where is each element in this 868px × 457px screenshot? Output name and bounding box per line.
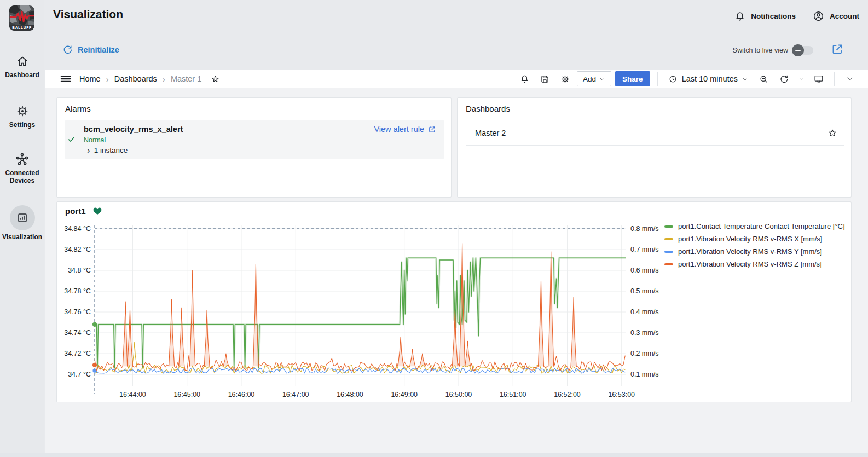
svg-text:16:45:00: 16:45:00 [173, 391, 200, 398]
legend-item[interactable]: port1.Vibration Velocity RMS v-RMS X [mm… [664, 233, 845, 245]
chart-legend: port1.Contact Temperature Contact Temper… [664, 220, 845, 270]
svg-text:0.5 mm/s: 0.5 mm/s [630, 287, 658, 295]
legend-label: port1.Vibration Velocity RMS v-RMS Y [mm… [678, 247, 822, 256]
live-view-label: Switch to live view [733, 47, 788, 54]
chart-panel-title: port1 [65, 206, 86, 216]
svg-text:0.2 mm/s: 0.2 mm/s [630, 350, 658, 357]
sidebar-item-visualization[interactable]: Visualization [0, 205, 44, 241]
legend-swatch [664, 251, 673, 253]
svg-text:16:50:00: 16:50:00 [445, 391, 472, 398]
legend-swatch [664, 238, 673, 240]
breadcrumb: Home › Dashboards › Master 1 [79, 71, 223, 86]
tv-mode-button[interactable] [811, 71, 827, 86]
dashboard-area: Alarms bcm_velocity_rms_x_alert Normal ›… [45, 88, 868, 453]
reinitialize-button[interactable]: Reinitialize [62, 44, 119, 55]
svg-text:34.74 °C: 34.74 °C [64, 329, 91, 337]
footer-strip [0, 453, 868, 457]
grafana-toolbar: Home › Dashboards › Master 1 [45, 70, 868, 88]
view-alert-rule-label: View alert rule [374, 125, 424, 134]
star-icon [828, 128, 837, 138]
monitor-icon [813, 73, 824, 84]
alert-instances-expander[interactable]: › 1 instance [87, 146, 128, 154]
bell-icon [519, 74, 530, 84]
time-range-picker[interactable]: Last 10 minutes [665, 71, 751, 86]
menu-button[interactable] [57, 71, 74, 86]
dashboard-name: Master 2 [475, 129, 506, 137]
dashboard-list-item[interactable]: Master 2 [466, 121, 844, 146]
account-icon [812, 10, 825, 22]
toggle-knob [792, 44, 804, 56]
svg-text:34.8 °C: 34.8 °C [68, 267, 91, 274]
chevron-down-icon [742, 76, 748, 82]
alert-row: bcm_velocity_rms_x_alert Normal › 1 inst… [65, 120, 444, 159]
sidebar-item-settings[interactable]: Settings [0, 104, 44, 129]
health-heart-icon [93, 207, 102, 215]
home-icon [0, 54, 44, 68]
svg-text:0.3 mm/s: 0.3 mm/s [630, 329, 658, 337]
alert-name: bcm_velocity_rms_x_alert [84, 125, 183, 134]
breadcrumb-dashboards[interactable]: Dashboards [114, 74, 157, 83]
refresh-dashboard-button[interactable] [776, 71, 792, 86]
notifications-label: Notifications [751, 12, 796, 20]
refresh-interval-button[interactable] [796, 71, 807, 86]
sidebar-item-dashboard[interactable]: Dashboard [0, 54, 44, 79]
view-alert-rule-link[interactable]: View alert rule [374, 125, 436, 134]
legend-swatch [664, 225, 673, 228]
balluff-logo-text: BALLUFF [12, 26, 32, 30]
save-icon [540, 74, 550, 84]
open-external-button[interactable] [831, 43, 844, 56]
save-dashboard-button[interactable] [536, 71, 553, 86]
add-panel-button[interactable]: Add [577, 71, 611, 86]
sidebar-item-connected-devices[interactable]: Connected Devices [0, 152, 44, 185]
chevron-right-icon: › [87, 147, 90, 154]
legend-item[interactable]: port1.Vibration Velocity RMS v-RMS Y [mm… [664, 245, 845, 258]
check-icon [67, 135, 76, 143]
refresh-icon [62, 44, 73, 55]
sidebar-item-label: Dashboard [0, 71, 44, 79]
breadcrumb-home[interactable]: Home [79, 74, 101, 83]
svg-text:16:49:00: 16:49:00 [391, 391, 418, 398]
account-button[interactable]: Account [812, 10, 859, 22]
alarms-panel-title: Alarms [65, 104, 91, 113]
toolbar-divider [834, 72, 835, 86]
svg-text:16:44:00: 16:44:00 [119, 391, 146, 398]
sync-icon [779, 74, 789, 84]
chevron-down-icon [599, 76, 605, 82]
alert-state: Normal [84, 136, 106, 144]
legend-item[interactable]: port1.Vibration Velocity RMS v-RMS Z [mm… [664, 258, 845, 270]
zoom-out-time-button[interactable] [755, 71, 772, 86]
page-title: Visualization [53, 8, 123, 21]
svg-text:34.78 °C: 34.78 °C [64, 287, 91, 295]
svg-text:16:52:00: 16:52:00 [554, 391, 581, 398]
svg-text:0.4 mm/s: 0.4 mm/s [630, 308, 658, 316]
app-window: BALLUFF Dashboard Settings [0, 0, 868, 457]
svg-text:16:48:00: 16:48:00 [337, 391, 363, 398]
svg-text:16:46:00: 16:46:00 [228, 391, 255, 398]
collapse-toolbar-button[interactable] [842, 71, 858, 86]
legend-label: port1.Vibration Velocity RMS v-RMS Z [mm… [678, 260, 822, 268]
chevron-down-icon [846, 75, 854, 83]
svg-text:34.84 °C: 34.84 °C [64, 225, 91, 233]
svg-text:0.1 mm/s: 0.1 mm/s [630, 371, 658, 378]
clock-icon [668, 74, 678, 84]
chevron-down-icon [798, 76, 805, 82]
notifications-button[interactable]: Notifications [734, 10, 796, 22]
alert-rules-button[interactable] [516, 71, 533, 86]
dashboard-settings-button[interactable] [557, 71, 573, 86]
external-link-icon [831, 43, 844, 56]
bell-icon [734, 10, 746, 22]
add-label: Add [583, 75, 596, 83]
gear-icon [560, 74, 570, 84]
share-button[interactable]: Share [615, 71, 650, 86]
legend-label: port1.Contact Temperature Contact Temper… [678, 222, 845, 230]
sidebar-item-label: Settings [0, 121, 44, 129]
breadcrumb-separator: › [106, 74, 109, 84]
favorite-dashboard-button[interactable] [207, 71, 223, 86]
live-view-toggle[interactable] [794, 46, 813, 55]
svg-text:0.8 mm/s: 0.8 mm/s [630, 225, 658, 233]
balluff-logo-icon: BALLUFF [9, 5, 34, 31]
legend-item[interactable]: port1.Contact Temperature Contact Temper… [664, 220, 845, 233]
svg-text:34.7 °C: 34.7 °C [68, 371, 91, 378]
favorite-star-button[interactable] [828, 128, 837, 138]
legend-label: port1.Vibration Velocity RMS v-RMS X [mm… [678, 235, 822, 243]
